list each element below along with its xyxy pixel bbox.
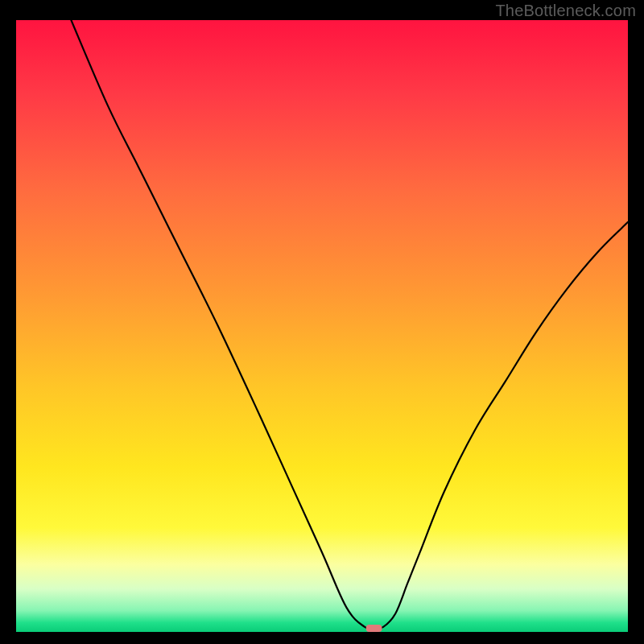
watermark-text: TheBottleneck.com xyxy=(495,2,636,20)
chart-frame: TheBottleneck.com xyxy=(0,0,644,644)
bottleneck-chart xyxy=(16,20,628,632)
gradient-background xyxy=(16,20,628,632)
optimal-marker xyxy=(366,625,382,632)
